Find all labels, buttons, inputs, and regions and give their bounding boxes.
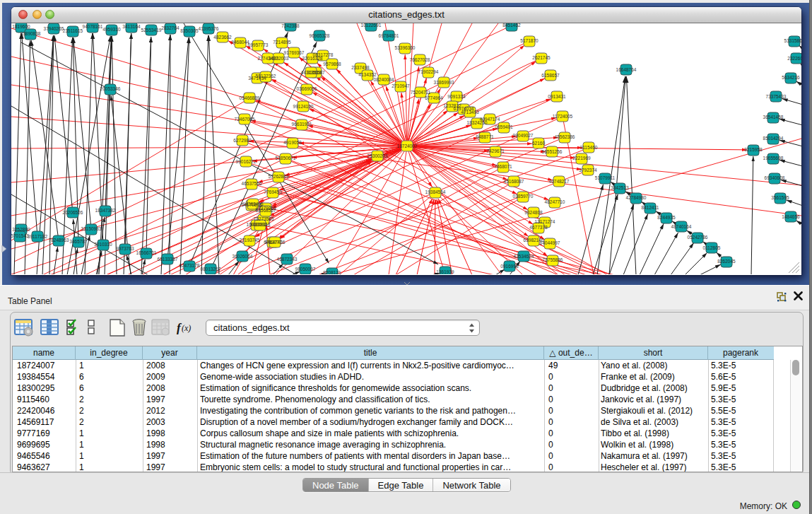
svg-text:2322602: 2322602	[787, 56, 801, 61]
svg-text:49947174: 49947174	[480, 117, 500, 122]
svg-text:69957773: 69957773	[248, 42, 269, 47]
svg-text:85014294: 85014294	[763, 136, 784, 141]
svg-text:8208121: 8208121	[323, 270, 341, 274]
svg-text:84044997: 84044997	[540, 240, 560, 245]
svg-text:9091334: 9091334	[447, 94, 466, 99]
svg-text:27193745: 27193745	[240, 238, 260, 243]
svg-text:69784801: 69784801	[379, 33, 399, 38]
svg-text:4959310: 4959310	[102, 27, 121, 32]
svg-text:3561595: 3561595	[771, 195, 789, 200]
svg-text:48247710: 48247710	[545, 199, 565, 204]
svg-text:8350305: 8350305	[180, 28, 199, 33]
svg-text:71902294: 71902294	[418, 69, 439, 74]
svg-text:18724007: 18724007	[397, 144, 418, 148]
svg-text:96631931: 96631931	[292, 122, 312, 127]
svg-text:42784980: 42784980	[626, 195, 647, 200]
svg-text:73375433: 73375433	[766, 94, 787, 99]
svg-text:4677378: 4677378	[529, 225, 548, 230]
svg-text:51079911: 51079911	[595, 175, 616, 180]
svg-text:56551256: 56551256	[542, 149, 563, 154]
svg-text:43534624: 43534624	[514, 254, 534, 259]
svg-text:33150983: 33150983	[81, 226, 102, 231]
svg-text:03669096: 03669096	[297, 86, 317, 91]
svg-text:3465787: 3465787	[69, 239, 88, 244]
svg-text:23511615: 23511615	[63, 28, 83, 33]
svg-text:0913431: 0913431	[548, 94, 566, 99]
svg-text:14363495: 14363495	[243, 201, 264, 206]
svg-text:4134352: 4134352	[358, 72, 377, 77]
svg-text:58122362: 58122362	[256, 74, 276, 78]
svg-text:36541458: 36541458	[763, 115, 784, 119]
svg-text:91769367: 91769367	[284, 50, 305, 55]
svg-text:8262045: 8262045	[717, 259, 736, 264]
svg-text:10122691: 10122691	[361, 23, 382, 28]
svg-text:57262849: 57262849	[269, 174, 289, 179]
svg-text:2621745: 2621745	[532, 55, 551, 60]
svg-text:13171274: 13171274	[535, 219, 555, 224]
svg-text:11724005: 11724005	[553, 114, 573, 119]
svg-text:05466889: 05466889	[240, 95, 260, 100]
svg-text:03859770: 03859770	[513, 194, 534, 199]
svg-text:96965328: 96965328	[310, 33, 330, 38]
svg-text:7468071: 7468071	[494, 164, 512, 169]
svg-text:2832764: 2832764	[161, 25, 180, 30]
svg-text:94078161: 94078161	[83, 24, 103, 29]
svg-text:0112805: 0112805	[703, 245, 721, 250]
svg-text:8451462: 8451462	[502, 23, 521, 28]
svg-text:99016272: 99016272	[236, 159, 257, 164]
svg-text:37940265: 37940265	[44, 26, 64, 31]
svg-text:19384554: 19384554	[425, 189, 446, 194]
svg-text:4919058: 4919058	[283, 140, 302, 145]
svg-text:19655698: 19655698	[763, 156, 784, 160]
svg-text:9468044: 9468044	[231, 40, 249, 45]
svg-text:20053346: 20053346	[100, 86, 121, 91]
svg-text:94647436: 94647436	[265, 240, 286, 245]
svg-text:5634216: 5634216	[782, 75, 800, 80]
svg-text:46872343: 46872343	[277, 257, 298, 262]
svg-text:6272980: 6272980	[233, 138, 252, 143]
svg-text:9973763: 9973763	[116, 246, 134, 251]
svg-text:08317278: 08317278	[313, 52, 334, 57]
svg-text:20206526: 20206526	[63, 210, 83, 215]
svg-text:41395376: 41395376	[199, 26, 219, 31]
svg-text:7429671: 7429671	[486, 148, 505, 153]
svg-text:27743487: 27743487	[258, 56, 278, 61]
svg-text:2710947: 2710947	[392, 83, 410, 88]
svg-text:2337498: 2337498	[351, 65, 370, 70]
svg-text:16648764: 16648764	[616, 67, 637, 72]
svg-text:1819600: 1819600	[12, 24, 30, 29]
svg-text:7242388: 7242388	[281, 23, 300, 28]
svg-text:99049027: 99049027	[513, 133, 534, 138]
svg-text:08013267: 08013267	[201, 267, 221, 271]
svg-text:8215958: 8215958	[744, 147, 763, 152]
svg-text:78755886: 78755886	[543, 257, 563, 262]
svg-text:31869993: 31869993	[434, 80, 454, 85]
svg-text:05242786: 05242786	[688, 235, 708, 240]
svg-text:0916998: 0916998	[500, 264, 519, 269]
svg-text:40748217: 40748217	[549, 179, 570, 184]
svg-text:6774964: 6774964	[425, 95, 443, 100]
svg-text:8244935: 8244935	[657, 215, 676, 220]
svg-text:33890838: 33890838	[20, 31, 41, 36]
svg-text:3252880: 3252880	[12, 227, 30, 232]
svg-text:53396360: 53396360	[395, 45, 416, 50]
svg-text:1361939: 1361939	[436, 269, 454, 274]
svg-text:3413164: 3413164	[122, 24, 141, 29]
svg-text:51850671: 51850671	[276, 156, 296, 160]
svg-text:69340608: 69340608	[765, 175, 785, 180]
svg-text:94808313: 94808313	[250, 222, 271, 227]
svg-text:0659401: 0659401	[495, 124, 513, 129]
svg-text:46537556: 46537556	[242, 181, 262, 186]
svg-text:62160: 62160	[532, 141, 545, 146]
svg-text:44313518: 44313518	[301, 70, 322, 75]
svg-text:6488771: 6488771	[476, 134, 494, 139]
svg-text:3792374: 3792374	[579, 168, 597, 173]
svg-text:16566701: 16566701	[136, 250, 157, 255]
svg-text:9115460: 9115460	[580, 145, 598, 150]
svg-text:7214895: 7214895	[273, 40, 291, 45]
svg-text:18347382: 18347382	[95, 208, 116, 213]
svg-text:62473178: 62473178	[180, 263, 200, 268]
svg-text:52553419: 52553419	[141, 28, 162, 33]
svg-text:9579868: 9579868	[323, 62, 341, 66]
svg-text:4823662: 4823662	[213, 35, 232, 40]
